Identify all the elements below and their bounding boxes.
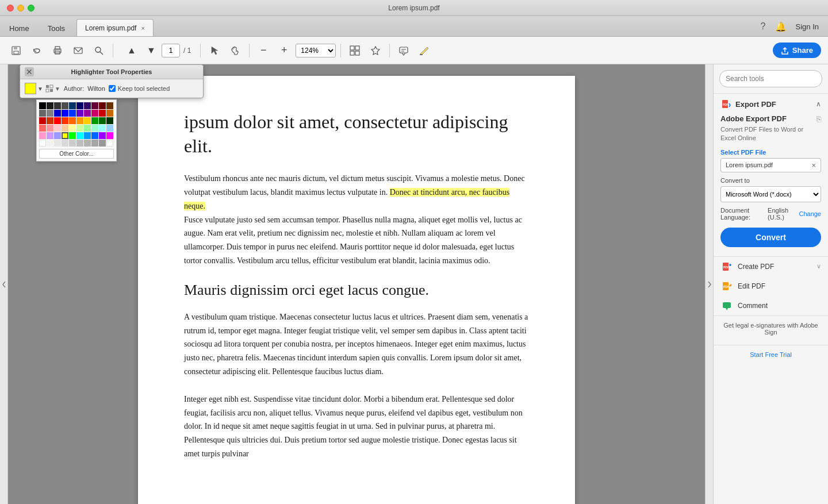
color-cell[interactable]	[91, 140, 98, 147]
color-cell[interactable]	[99, 125, 106, 132]
color-cell[interactable]	[106, 140, 113, 147]
color-cell[interactable]	[91, 117, 98, 124]
color-cell[interactable]	[84, 140, 91, 147]
color-cell[interactable]	[39, 140, 46, 147]
color-cell[interactable]	[62, 102, 68, 109]
start-trial-link[interactable]: Start Free Trial	[714, 349, 828, 360]
hand-tool-button[interactable]	[226, 41, 244, 60]
color-dropdown-button[interactable]: ▼	[37, 86, 43, 92]
color-cell[interactable]	[84, 117, 91, 124]
window-controls[interactable]	[7, 5, 34, 11]
other-color-button[interactable]: Other Color...	[39, 149, 114, 159]
color-cell[interactable]	[47, 125, 53, 132]
color-cell[interactable]	[76, 140, 83, 147]
color-cell[interactable]	[69, 102, 76, 109]
color-cell[interactable]	[54, 140, 61, 147]
keep-tool-checkbox[interactable]	[109, 85, 116, 92]
color-cell[interactable]	[62, 117, 68, 124]
export-pdf-chevron[interactable]: ∧	[816, 100, 821, 108]
tab-tools[interactable]: Tools	[39, 20, 74, 36]
color-cell[interactable]	[69, 140, 76, 147]
color-cell[interactable]	[91, 110, 98, 117]
undo-button[interactable]	[28, 41, 46, 60]
color-preview[interactable]	[25, 83, 36, 94]
edit-pdf-row[interactable]: PDF Edit PDF	[714, 276, 828, 296]
color-cell[interactable]	[76, 132, 83, 139]
color-cell[interactable]	[91, 125, 98, 132]
zoom-out-button[interactable]: −	[254, 41, 273, 60]
color-cell[interactable]	[39, 110, 46, 117]
color-cell[interactable]	[62, 125, 68, 132]
color-cell[interactable]	[99, 110, 106, 117]
color-cell[interactable]	[99, 117, 106, 124]
next-page-button[interactable]: ▼	[142, 41, 160, 60]
highlight-button[interactable]	[415, 41, 434, 60]
color-cell[interactable]	[47, 110, 53, 117]
prev-page-button[interactable]: ▲	[122, 41, 141, 60]
color-cell[interactable]	[39, 102, 46, 109]
color-cell[interactable]	[99, 102, 106, 109]
color-cell[interactable]	[54, 117, 61, 124]
select-tool-button[interactable]	[205, 41, 224, 60]
minimize-window-button[interactable]	[17, 5, 24, 11]
marker-tools-button[interactable]	[346, 41, 364, 60]
selected-file-clear-button[interactable]: ×	[811, 161, 816, 170]
color-cell[interactable]	[47, 117, 53, 124]
color-cell[interactable]	[39, 117, 46, 124]
color-cell[interactable]	[69, 132, 76, 139]
color-cell[interactable]	[84, 125, 91, 132]
color-cell[interactable]	[106, 125, 113, 132]
left-sidebar-toggle[interactable]	[0, 64, 8, 504]
color-cell[interactable]	[106, 132, 113, 139]
search-tools-input[interactable]	[719, 70, 822, 87]
doc-lang-change-button[interactable]: Change	[799, 210, 821, 217]
create-pdf-row[interactable]: PDF Create PDF ∨	[714, 257, 828, 276]
tab-home[interactable]: Home	[0, 20, 39, 36]
color-cell[interactable]	[62, 110, 68, 117]
color-cell[interactable]	[54, 132, 61, 139]
color-cell[interactable]	[47, 140, 53, 147]
right-panel-divider[interactable]	[705, 64, 713, 504]
color-cell[interactable]	[76, 117, 83, 124]
color-cell[interactable]	[99, 140, 106, 147]
email-button[interactable]	[69, 41, 87, 60]
notifications-icon[interactable]: 🔔	[775, 21, 787, 32]
color-cell[interactable]	[76, 110, 83, 117]
color-cell[interactable]	[76, 102, 83, 109]
save-button[interactable]	[7, 41, 25, 60]
color-cell[interactable]	[84, 102, 91, 109]
color-cell[interactable]	[69, 117, 76, 124]
color-cell[interactable]	[106, 102, 113, 109]
tab-file[interactable]: Lorem ipsum.pdf ×	[76, 19, 154, 36]
color-cell[interactable]	[54, 125, 61, 132]
comment-button[interactable]	[394, 41, 413, 60]
stamp-button[interactable]	[366, 41, 385, 60]
find-button[interactable]	[90, 41, 108, 60]
color-cell[interactable]	[39, 125, 46, 132]
color-cell[interactable]	[91, 102, 98, 109]
keep-tool-label[interactable]: Keep tool selected	[109, 85, 170, 92]
color-cell[interactable]	[106, 110, 113, 117]
help-icon[interactable]: ?	[761, 21, 766, 32]
pattern-dropdown[interactable]: ▼	[55, 86, 60, 92]
close-tab-button[interactable]: ×	[141, 25, 144, 32]
color-cell[interactable]	[84, 132, 91, 139]
zoom-select[interactable]: 124% 100% 150%	[296, 44, 336, 57]
sign-in-button[interactable]: Sign In	[796, 22, 819, 30]
color-cell[interactable]	[69, 125, 76, 132]
close-window-button[interactable]	[7, 5, 14, 11]
color-cell[interactable]	[47, 102, 53, 109]
maximize-window-button[interactable]	[28, 5, 34, 11]
color-cell[interactable]	[106, 117, 113, 124]
zoom-in-button[interactable]: +	[275, 41, 293, 60]
color-cell[interactable]	[69, 110, 76, 117]
color-cell[interactable]	[91, 132, 98, 139]
copy-icon[interactable]: ⎘	[816, 114, 821, 124]
color-cell[interactable]	[54, 102, 61, 109]
color-cell[interactable]	[39, 132, 46, 139]
export-pdf-header[interactable]: PDF Export PDF ∧	[720, 98, 821, 110]
share-button[interactable]: Share	[773, 43, 821, 58]
color-cell[interactable]	[84, 110, 91, 117]
comment-row[interactable]: Comment	[714, 296, 828, 316]
color-cell-selected[interactable]	[62, 132, 68, 139]
